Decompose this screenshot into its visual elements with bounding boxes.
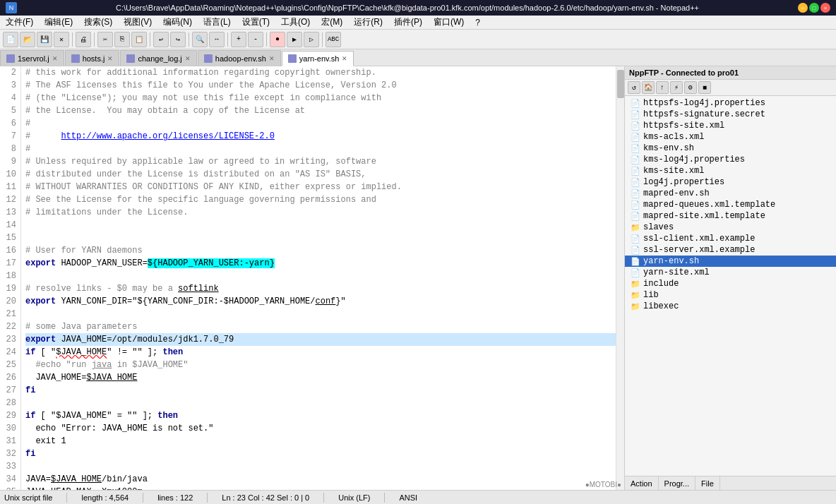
editor-scrollbar[interactable] [616,66,624,490]
zoom-in-button[interactable]: + [231,32,246,47]
menu-help[interactable]: ? [470,16,486,29]
ftp-item-mapred-site[interactable]: 📄 mapred-site.xml.template [625,210,836,222]
tab-close-1[interactable]: ✕ [52,55,58,62]
ftp-item-log4j[interactable]: 📄 log4j.properties [625,176,836,188]
ftp-item-lib[interactable]: 📁 lib [625,289,836,301]
editor-pane[interactable]: 23456 7891011 1213141516 1718192021 2223… [0,66,624,490]
menu-settings[interactable]: 设置(T) [237,16,275,29]
code-area[interactable]: # this work for additional information r… [21,66,616,490]
ftp-item-slaves[interactable]: 📁 slaves [625,222,836,233]
menu-run[interactable]: 运行(R) [348,16,388,29]
close-button[interactable]: × [820,3,830,13]
menu-macro[interactable]: 宏(M) [316,16,348,29]
tab-yarnenv[interactable]: yarn-env.sh ✕ [282,51,354,66]
ftp-item-httpsfs-log4j[interactable]: 📄 httpsfs-log4j.properties [625,97,836,109]
menu-file[interactable]: 文件(F) [0,16,39,29]
tab-close-2[interactable]: ✕ [107,55,113,62]
ftp-file-tree[interactable]: 📄 httpsfs-log4j.properties 📄 httpsfs-sig… [625,96,836,476]
zoom-out-button[interactable]: - [248,32,263,47]
code-line-9: # Unless required by applicable law or a… [25,155,616,168]
record-macro-button[interactable]: ● [270,32,285,47]
tab-hosts[interactable]: hosts.j ✕ [65,50,120,66]
file-icon: 📄 [631,143,640,153]
code-line-29: if [ "$JAVA_HOME" = "" ]; then [25,409,616,422]
code-line-28 [25,397,616,409]
paste-button[interactable]: 📋 [131,32,147,47]
file-icon: 📄 [631,121,640,131]
menu-edit[interactable]: 编辑(E) [39,16,78,29]
code-line-26: JAVA_HOME=$JAVA_HOME [25,371,616,384]
menu-encoding[interactable]: 编码(N) [157,16,198,29]
tab-changelog[interactable]: change_log.j ✕ [120,50,196,66]
tab-icon-4 [204,54,213,63]
menu-window[interactable]: 窗口(W) [428,16,470,29]
maximize-button[interactable]: □ [809,3,819,13]
ftp-item-yarn-site[interactable]: 📄 yarn-site.xml [625,267,836,278]
ftp-item-mapred-env[interactable]: 📄 mapred-env.sh [625,188,836,199]
ftp-item-kms-log4j[interactable]: 📄 kms-log4j.properties [625,154,836,165]
menu-language[interactable]: 语言(L) [198,16,237,29]
print-button[interactable]: 🖨 [76,32,91,47]
close-file-button[interactable]: ✕ [54,32,69,47]
menu-tools[interactable]: 工具(O) [275,16,316,29]
ftp-tab-progress[interactable]: Progr... [659,476,695,490]
tab-close-4[interactable]: ✕ [269,55,275,62]
ftp-item-libexec[interactable]: 📁 libexec [625,301,836,312]
undo-button[interactable]: ↩ [153,32,169,47]
status-sep-3 [207,493,208,503]
ftp-settings-button[interactable]: ⚙ [684,81,697,94]
code-line-11: # WITHOUT WARRANTIES OR CONDITIONS OF AN… [25,181,616,193]
toolbar-sep-2 [94,32,95,47]
length-status: length : 4,564 [81,493,129,502]
code-line-6: # [25,117,616,130]
ftp-item-yarn-env[interactable]: 📄 yarn-env.sh [625,256,836,267]
tab-close-3[interactable]: ✕ [185,55,191,62]
code-line-21 [25,308,616,320]
ftp-item-httpsfs-signature[interactable]: 📄 httpsfs-signature.secret [625,109,836,120]
spellcheck-button[interactable]: ABC [326,32,341,47]
ftp-item-kms-site[interactable]: 📄 kms-site.xml [625,165,836,176]
status-sep-1 [66,493,67,503]
ftp-item-httpsfs-site[interactable]: 📄 httpsfs-site.xml [625,120,836,131]
folder-icon: 📁 [631,301,640,311]
file-icon: 📄 [631,268,640,277]
tab-1servrol[interactable]: 1servrol.j ✕ [0,50,64,66]
lines-status: lines : 122 [157,493,193,502]
scrollbar-thumb[interactable] [617,70,624,98]
ftp-tab-action[interactable]: Action [625,476,659,490]
play-macro-button[interactable]: ▶ [287,32,302,47]
cut-button[interactable]: ✂ [97,32,113,47]
file-icon: 📄 [631,155,640,164]
code-line-13: # limitations under the License. [25,206,616,219]
ftp-item-ssl-client[interactable]: 📄 ssl-client.xml.example [625,233,836,244]
minimize-button[interactable]: ─ [798,3,808,13]
tab-close-5[interactable]: ✕ [342,55,347,62]
open-file-button[interactable]: 📂 [20,32,35,47]
find-button[interactable]: 🔍 [192,32,208,47]
redo-button[interactable]: ↪ [170,32,186,47]
save-file-button[interactable]: 💾 [37,32,52,47]
menu-search[interactable]: 搜索(S) [78,16,118,29]
replace-button[interactable]: ↔ [209,32,225,47]
file-type-status: Unix script file [4,493,52,502]
tab-hadoopenv[interactable]: hadoop-env.sh ✕ [198,50,281,66]
ftp-connect-button[interactable]: ⚡ [670,81,683,94]
ftp-up-button[interactable]: ↑ [656,81,669,94]
ftp-item-include[interactable]: 📁 include [625,278,836,289]
ftp-item-kms-acls[interactable]: 📄 kms-acls.xml [625,131,836,143]
new-file-button[interactable]: 📄 [3,32,18,47]
menu-view[interactable]: 视图(V) [118,16,157,29]
toolbar-sep-4 [189,32,189,47]
copy-button[interactable]: ⎘ [114,32,130,47]
code-line-23: export JAVA_HOME=/opt/modules/jdk1.7.0_7… [25,333,616,346]
ftp-item-mapred-queues[interactable]: 📄 mapred-queues.xml.template [625,199,836,210]
ftp-abort-button[interactable]: ■ [698,81,711,94]
run-macro-button[interactable]: ▷ [304,32,319,47]
ftp-item-ssl-server[interactable]: 📄 ssl-server.xml.example [625,244,836,256]
ftp-tab-file[interactable]: File [695,476,720,490]
file-icon: 📄 [631,200,640,210]
menu-plugins[interactable]: 插件(P) [388,16,428,29]
ftp-item-kms-env[interactable]: 📄 kms-env.sh [625,143,836,154]
ftp-home-button[interactable]: 🏠 [642,81,655,94]
ftp-refresh-button[interactable]: ↺ [628,81,640,94]
